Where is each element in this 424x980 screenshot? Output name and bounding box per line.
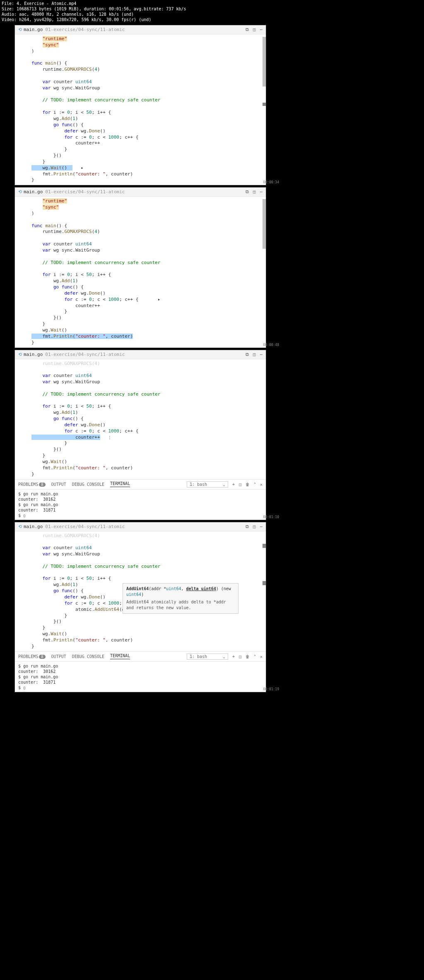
go-file-icon: ⟲ bbox=[18, 352, 22, 357]
tab-filename[interactable]: main.go bbox=[24, 352, 43, 357]
timestamp-3: 00:01:10 bbox=[263, 515, 279, 519]
compare-icon[interactable]: ⧉ bbox=[246, 27, 249, 32]
tab-debug-console[interactable]: DEBUG CONSOLE bbox=[72, 482, 104, 487]
split-icon[interactable]: ◫ bbox=[253, 189, 256, 195]
maximize-icon[interactable]: ˄ bbox=[254, 654, 256, 659]
trash-icon[interactable]: 🗑 bbox=[246, 482, 250, 487]
tab-bar: ⟲ main.go 01-exercise/04-sync/11-atomic … bbox=[15, 522, 266, 531]
timestamp-4: 00:01:19 bbox=[263, 687, 279, 691]
tab-filepath: 01-exercise/04-sync/11-atomic bbox=[45, 27, 125, 32]
tab-terminal[interactable]: TERMINAL bbox=[110, 481, 130, 487]
meta-file: File: 4. Exercise - Atomic.mp4 bbox=[2, 1, 279, 6]
line-gutter bbox=[15, 531, 31, 651]
code-editor[interactable]: "runtime" "sync" ) func main() { runtime… bbox=[15, 197, 266, 347]
meta-audio: Audio: aac, 48000 Hz, 2 channels, s16, 1… bbox=[2, 12, 279, 17]
line-gutter bbox=[15, 197, 31, 347]
split-terminal-icon[interactable]: ◫ bbox=[239, 654, 241, 659]
tooltip-description: AddUint64 atomically adds delta to *addr… bbox=[126, 599, 235, 611]
editor-panel-4: ⟲ main.go 01-exercise/04-sync/11-atomic … bbox=[14, 522, 266, 692]
go-file-icon: ⟲ bbox=[18, 524, 22, 529]
new-terminal-icon[interactable]: + bbox=[232, 654, 235, 659]
compare-icon[interactable]: ⧉ bbox=[246, 352, 249, 357]
code-body[interactable]: runtime.GOMAXPROCS(4) var counter uint64… bbox=[31, 359, 266, 479]
more-icon[interactable]: ⋯ bbox=[260, 524, 263, 529]
tab-filepath: 01-exercise/04-sync/11-atomic bbox=[45, 189, 125, 195]
tab-bar: ⟲ main.go 01-exercise/04-sync/11-atomic … bbox=[15, 25, 266, 34]
tab-problems[interactable]: PROBLEMS8 bbox=[18, 482, 46, 487]
go-file-icon: ⟲ bbox=[18, 189, 22, 195]
code-editor[interactable]: runtime.GOMAXPROCS(4) var counter uint64… bbox=[15, 359, 266, 479]
tab-output[interactable]: OUTPUT bbox=[51, 482, 66, 487]
line-gutter bbox=[15, 34, 31, 185]
editor-panel-2: ⟲ main.go 01-exercise/04-sync/11-atomic … bbox=[14, 187, 266, 348]
panel-tab-bar: PROBLEMS8 OUTPUT DEBUG CONSOLE TERMINAL … bbox=[15, 479, 266, 490]
signature-help-tooltip: AddUint64(addr *uint64, delta uint64) (n… bbox=[123, 583, 238, 614]
tab-filepath: 01-exercise/04-sync/11-atomic bbox=[45, 352, 125, 357]
more-icon[interactable]: ⋯ bbox=[260, 189, 263, 195]
split-icon[interactable]: ◫ bbox=[253, 27, 256, 32]
tab-bar: ⟲ main.go 01-exercise/04-sync/11-atomic … bbox=[15, 350, 266, 359]
compare-icon[interactable]: ⧉ bbox=[246, 524, 249, 529]
split-terminal-icon[interactable]: ◫ bbox=[239, 482, 241, 487]
tab-filename[interactable]: main.go bbox=[24, 524, 43, 529]
terminal-output[interactable]: $ go run main.go counter: 30162 $ go run… bbox=[15, 662, 266, 692]
split-icon[interactable]: ◫ bbox=[253, 352, 256, 357]
go-file-icon: ⟲ bbox=[18, 27, 22, 32]
editor-panel-3: ⟲ main.go 01-exercise/04-sync/11-atomic … bbox=[14, 350, 266, 520]
tab-debug-console[interactable]: DEBUG CONSOLE bbox=[72, 654, 104, 659]
tab-terminal[interactable]: TERMINAL bbox=[110, 653, 130, 659]
line-gutter bbox=[15, 359, 31, 479]
tab-filename[interactable]: main.go bbox=[24, 189, 43, 195]
code-editor[interactable]: runtime.GOMAXPROCS(4) var counter uint64… bbox=[15, 531, 266, 651]
timestamp-2: 00:00:48 bbox=[263, 343, 279, 347]
scrollbar-thumb[interactable] bbox=[263, 37, 266, 86]
more-icon[interactable]: ⋯ bbox=[260, 352, 263, 357]
close-panel-icon[interactable]: ✕ bbox=[260, 654, 263, 659]
chevron-down-icon: ⌄ bbox=[223, 482, 225, 487]
code-body[interactable]: "runtime" "sync" ) func main() { runtime… bbox=[31, 197, 266, 347]
scroll-marker bbox=[263, 103, 266, 106]
editor-panel-1: ⟲ main.go 01-exercise/04-sync/11-atomic … bbox=[14, 25, 266, 185]
timestamp-1: 00:00:34 bbox=[263, 180, 279, 184]
new-terminal-icon[interactable]: + bbox=[232, 482, 235, 487]
tab-actions: ⧉ ◫ ⋯ bbox=[246, 189, 263, 195]
tab-problems[interactable]: PROBLEMS8 bbox=[18, 654, 46, 659]
terminal-output[interactable]: $ go run main.go counter: 30162 $ go run… bbox=[15, 490, 266, 520]
compare-icon[interactable]: ⧉ bbox=[246, 189, 249, 195]
meta-video: Video: h264, yuv420p, 1280x720, 596 kb/s… bbox=[2, 17, 279, 22]
tab-filepath: 01-exercise/04-sync/11-atomic bbox=[45, 524, 125, 529]
tab-actions: ⧉ ◫ ⋯ bbox=[246, 524, 263, 529]
panel-tab-bar: PROBLEMS8 OUTPUT DEBUG CONSOLE TERMINAL … bbox=[15, 651, 266, 662]
code-editor[interactable]: "runtime" "sync" ) func main() { runtime… bbox=[15, 34, 266, 185]
code-body[interactable]: "runtime" "sync" ) func main() { runtime… bbox=[31, 34, 266, 185]
file-meta-header: File: 4. Exercise - Atomic.mp4 Size: 106… bbox=[0, 0, 281, 23]
scroll-marker bbox=[263, 581, 266, 585]
terminal-select[interactable]: 1: bash⌄ bbox=[187, 653, 228, 660]
tab-output[interactable]: OUTPUT bbox=[51, 654, 66, 659]
close-panel-icon[interactable]: ✕ bbox=[260, 482, 263, 487]
tab-actions: ⧉ ◫ ⋯ bbox=[246, 27, 263, 32]
chevron-down-icon: ⌄ bbox=[223, 654, 225, 659]
tab-bar: ⟲ main.go 01-exercise/04-sync/11-atomic … bbox=[15, 187, 266, 197]
scrollbar-thumb[interactable] bbox=[263, 199, 266, 249]
scroll-marker bbox=[263, 544, 266, 548]
trash-icon[interactable]: 🗑 bbox=[246, 654, 250, 659]
tab-filename[interactable]: main.go bbox=[24, 27, 43, 32]
more-icon[interactable]: ⋯ bbox=[260, 27, 263, 32]
problems-badge: 8 bbox=[39, 483, 45, 487]
split-icon[interactable]: ◫ bbox=[253, 524, 256, 529]
tab-actions: ⧉ ◫ ⋯ bbox=[246, 352, 263, 357]
terminal-select[interactable]: 1: bash⌄ bbox=[187, 481, 228, 488]
problems-badge: 8 bbox=[39, 655, 45, 659]
maximize-icon[interactable]: ˄ bbox=[254, 482, 256, 487]
meta-size: Size: 10686713 bytes (1019 MiB), duratio… bbox=[2, 6, 279, 12]
tooltip-signature: AddUint64(addr *uint64, delta uint64) (n… bbox=[126, 586, 235, 598]
